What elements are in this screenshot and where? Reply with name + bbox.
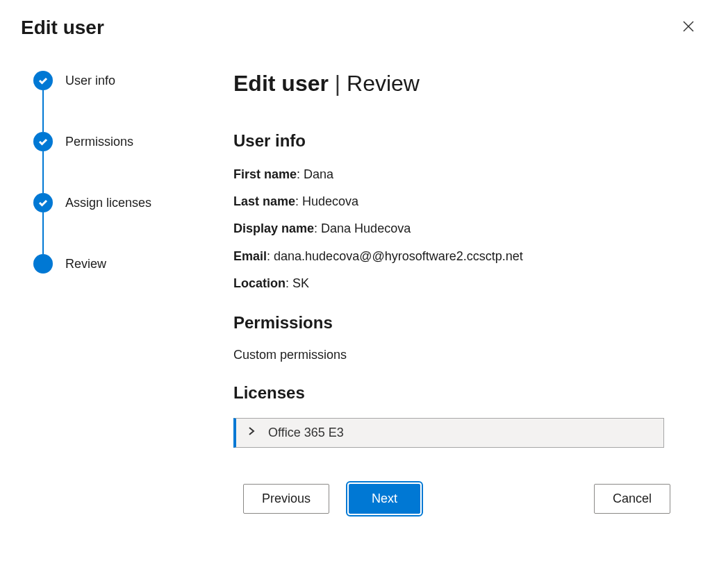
- checkmark-icon: [33, 71, 53, 90]
- step-permissions[interactable]: Permissions: [33, 132, 229, 193]
- field-label: Location: [233, 276, 286, 290]
- colon: :: [314, 221, 321, 235]
- field-label: Last name: [233, 194, 295, 208]
- field-label: First name: [233, 167, 297, 181]
- field-value: Hudecova: [302, 194, 358, 208]
- section-heading-licenses: Licenses: [233, 383, 698, 403]
- main-content: Edit user | Review User info First name:…: [229, 46, 698, 514]
- current-step-icon: [33, 254, 53, 274]
- field-email: Email: dana.hudecova@@hyrosoftware2.ccsc…: [233, 248, 698, 265]
- field-location: Location: SK: [233, 275, 698, 292]
- chevron-right-icon: [246, 426, 268, 439]
- dialog-header: Edit user: [0, 0, 719, 46]
- next-button[interactable]: Next: [349, 484, 420, 514]
- field-value: Dana Hudecova: [321, 221, 411, 235]
- title-separator: |: [335, 71, 347, 96]
- page-title-sub: Review: [347, 71, 420, 96]
- step-connector: [42, 90, 44, 132]
- step-connector: [42, 212, 44, 254]
- wizard-footer: Previous Next Cancel: [233, 484, 698, 514]
- step-label: Permissions: [65, 135, 133, 149]
- field-last-name: Last name: Hudecova: [233, 193, 698, 210]
- field-label: Display name: [233, 221, 314, 235]
- step-review[interactable]: Review: [33, 254, 229, 274]
- step-connector: [42, 151, 44, 193]
- field-display-name: Display name: Dana Hudecova: [233, 220, 698, 237]
- page-title: Edit user | Review: [233, 71, 698, 96]
- step-user-info[interactable]: User info: [33, 71, 229, 132]
- close-icon: [681, 24, 695, 35]
- previous-button[interactable]: Previous: [243, 484, 329, 514]
- colon: :: [286, 276, 292, 290]
- section-licenses: Licenses Office 365 E3: [233, 383, 698, 448]
- section-heading-permissions: Permissions: [233, 313, 698, 333]
- field-value: dana.hudecova@@hyrosoftware2.ccsctp.net: [274, 249, 523, 263]
- section-user-info: User info First name: Dana Last name: Hu…: [233, 131, 698, 292]
- page-title-main: Edit user: [233, 71, 329, 96]
- step-label: Assign licenses: [65, 196, 151, 210]
- step-label: User info: [65, 74, 115, 88]
- step-assign-licenses[interactable]: Assign licenses: [33, 193, 229, 254]
- colon: :: [295, 194, 302, 208]
- colon: :: [297, 167, 304, 181]
- field-value: SK: [292, 276, 309, 290]
- dialog-title: Edit user: [21, 17, 104, 39]
- field-value: Dana: [304, 167, 333, 181]
- license-label: Office 365 E3: [268, 426, 344, 440]
- checkmark-icon: [33, 132, 53, 151]
- license-item[interactable]: Office 365 E3: [233, 418, 664, 448]
- field-label: Email: [233, 249, 267, 263]
- cancel-button[interactable]: Cancel: [594, 484, 670, 514]
- colon: :: [267, 249, 274, 263]
- section-permissions: Permissions Custom permissions: [233, 313, 698, 362]
- field-first-name: First name: Dana: [233, 166, 698, 183]
- wizard-stepper: User info Permissions Assign licenses Re…: [21, 46, 229, 514]
- checkmark-icon: [33, 193, 53, 212]
- step-label: Review: [65, 257, 106, 271]
- permissions-value: Custom permissions: [233, 348, 698, 362]
- close-button[interactable]: [679, 17, 698, 39]
- section-heading-user-info: User info: [233, 131, 698, 151]
